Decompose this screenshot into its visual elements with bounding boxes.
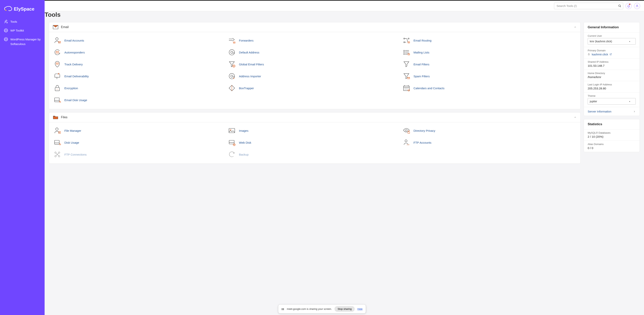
tool-backup[interactable]: Backup bbox=[228, 148, 402, 160]
folder-icon bbox=[53, 115, 58, 120]
pause-icon: ▮▮ bbox=[282, 308, 284, 310]
mysql-value: 2 / 10 (20%) bbox=[588, 135, 636, 138]
lock-icon bbox=[588, 53, 591, 56]
tool-images[interactable]: Images bbox=[228, 124, 402, 136]
svg-rect-48 bbox=[588, 54, 590, 55]
panel-title: Email bbox=[61, 26, 574, 29]
disk-icon bbox=[54, 139, 61, 146]
image-icon bbox=[228, 127, 236, 134]
svg-rect-35 bbox=[229, 128, 235, 133]
screen-share-bar: ▮▮ meet.google.com is sharing your scree… bbox=[278, 304, 366, 314]
external-link-icon bbox=[610, 53, 612, 56]
backup-icon bbox=[228, 151, 236, 158]
primary-domain-label: Primary Domain bbox=[588, 49, 636, 52]
tool-forwarders[interactable]: Forwarders bbox=[228, 34, 402, 46]
panel-header-files[interactable]: Files bbox=[49, 112, 580, 122]
brand-name: ElySpace bbox=[14, 6, 34, 12]
tool-email-accounts[interactable]: Email Accounts bbox=[53, 34, 228, 46]
disk-usage-icon bbox=[54, 96, 61, 104]
current-user-select[interactable]: kmr (kashmir.click) ▾ bbox=[588, 38, 636, 44]
brand-logo[interactable]: ElySpace bbox=[0, 4, 44, 17]
tool-file-manager[interactable]: File Manager bbox=[53, 124, 228, 136]
tool-boxtrapper[interactable]: BoxTrapper bbox=[228, 82, 402, 94]
tool-label: Web Disk bbox=[239, 141, 251, 144]
tool-encryption[interactable]: Encryption bbox=[53, 82, 228, 94]
tool-mailing-lists[interactable]: Mailing Lists bbox=[402, 46, 576, 58]
tool-deliverability[interactable]: Email Deliverability bbox=[53, 70, 228, 82]
notifications-button[interactable] bbox=[626, 3, 632, 9]
shared-ip-label: Shared IP Address bbox=[588, 60, 636, 63]
user-file-icon bbox=[54, 127, 61, 134]
sidebar-item-wp-toolkit[interactable]: WP Toolkit bbox=[0, 26, 44, 35]
stop-sharing-button[interactable]: Stop sharing bbox=[334, 306, 355, 312]
tool-default-address[interactable]: Default Address bbox=[228, 46, 402, 58]
box-icon bbox=[228, 84, 236, 92]
sidebar-item-wp-manager[interactable]: WordPress Manager by Softaculous bbox=[0, 35, 44, 49]
svg-rect-40 bbox=[229, 140, 234, 144]
hide-share-bar-link[interactable]: Hide bbox=[357, 308, 362, 310]
tool-disk-usage[interactable]: Disk Usage bbox=[53, 136, 228, 148]
svg-point-10 bbox=[408, 38, 409, 39]
tool-calendars-contacts[interactable]: Calendars and Contacts bbox=[402, 82, 576, 94]
tool-track-delivery[interactable]: Track Delivery bbox=[53, 58, 228, 70]
autorespond-icon bbox=[54, 49, 61, 56]
tool-label: Backup bbox=[239, 153, 248, 156]
svg-point-16 bbox=[404, 52, 404, 52]
sidebar-item-tools[interactable]: Tools bbox=[0, 17, 44, 26]
user-account-button[interactable] bbox=[634, 3, 640, 9]
tool-label: Email Routing bbox=[414, 39, 432, 42]
select-value: jupiter bbox=[590, 100, 597, 103]
tool-ftp-connections[interactable]: FTP Connections bbox=[53, 148, 228, 160]
caret-down-icon: ▾ bbox=[629, 100, 630, 102]
sidebar-item-label: WordPress Manager by Softaculous bbox=[10, 37, 41, 46]
server-information-link[interactable]: Server Information bbox=[584, 107, 640, 116]
panel-header-email[interactable]: Email bbox=[49, 22, 580, 32]
tool-label: Email Filters bbox=[414, 63, 430, 66]
tool-directory-privacy[interactable]: Directory Privacy bbox=[402, 124, 576, 136]
tool-address-importer[interactable]: Address Importer bbox=[228, 70, 402, 82]
tool-ftp-accounts[interactable]: FTPFTP Accounts bbox=[402, 136, 576, 148]
search-input[interactable] bbox=[554, 3, 623, 9]
panel-statistics: Statistics MySQL® Databases 2 / 10 (20%)… bbox=[584, 119, 640, 152]
filter-globe-icon bbox=[228, 60, 236, 68]
svg-point-26 bbox=[56, 89, 57, 90]
tool-label: BoxTrapper bbox=[239, 86, 254, 90]
svg-point-46 bbox=[55, 156, 56, 157]
tool-spam-filters[interactable]: Spam Filters bbox=[402, 70, 576, 82]
server-info-label: Server Information bbox=[588, 110, 611, 113]
wordpress-icon bbox=[4, 28, 8, 32]
svg-point-33 bbox=[56, 128, 58, 130]
stats-title: Statistics bbox=[584, 119, 640, 129]
svg-point-44 bbox=[55, 152, 56, 154]
svg-rect-30 bbox=[404, 86, 409, 91]
tool-label: FTP Accounts bbox=[414, 141, 432, 144]
select-value: kmr (kashmir.click) bbox=[590, 40, 612, 43]
tool-label: FTP Connections bbox=[64, 153, 87, 156]
panel-general-info: General Information Current User kmr (ka… bbox=[584, 22, 640, 116]
track-icon bbox=[54, 60, 61, 68]
tool-global-filters[interactable]: Global Email Filters bbox=[228, 58, 402, 70]
tool-email-filters[interactable]: Email Filters bbox=[402, 58, 576, 70]
tool-label: Email Accounts bbox=[64, 39, 84, 42]
primary-domain-link[interactable]: kashmir.click bbox=[592, 53, 608, 56]
chevron-up-icon bbox=[574, 116, 576, 119]
notification-dot bbox=[629, 4, 630, 5]
home-dir-label: Home Directory bbox=[588, 72, 636, 74]
lock-icon bbox=[54, 84, 61, 92]
tool-autoresponders[interactable]: Autoresponders bbox=[53, 46, 228, 58]
svg-point-47 bbox=[58, 156, 60, 157]
alias-label: Alias Domains bbox=[588, 143, 636, 146]
panel-title: Files bbox=[61, 116, 574, 119]
cloud-icon bbox=[4, 6, 12, 12]
theme-select[interactable]: jupiter ▾ bbox=[588, 98, 636, 104]
home-dir-value: /home/kmr bbox=[588, 76, 636, 79]
mailbox-icon bbox=[54, 72, 61, 80]
svg-point-18 bbox=[404, 54, 404, 54]
svg-point-36 bbox=[230, 129, 231, 130]
tool-email-disk-usage[interactable]: Email Disk Usage bbox=[53, 94, 228, 106]
eye-lock-icon bbox=[403, 127, 410, 134]
tool-email-routing[interactable]: Email Routing bbox=[402, 34, 576, 46]
svg-point-45 bbox=[58, 152, 60, 154]
tool-web-disk[interactable]: Web Disk bbox=[228, 136, 402, 148]
svg-point-9 bbox=[404, 42, 405, 43]
